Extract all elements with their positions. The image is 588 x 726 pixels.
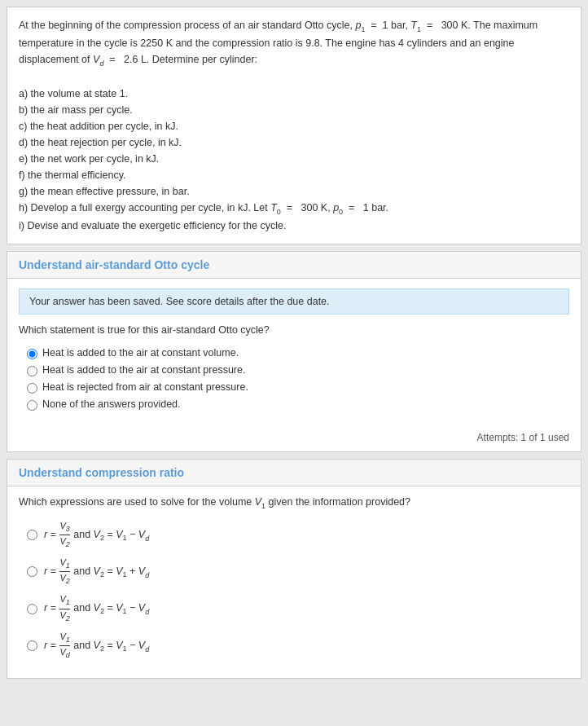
- cr-radio-input-2[interactable]: [27, 566, 37, 577]
- compression-ratio-body: Which expressions are used to solve for …: [7, 486, 581, 678]
- radio-option-2: Heat is added to the air at constant pre…: [27, 364, 569, 376]
- otto-cycle-header: Understand air-standard Otto cycle: [7, 252, 581, 279]
- radio-label-3: Heat is rejected from air at constant pr…: [42, 381, 248, 393]
- cr-label-1: r = V3 V2 and V2 = V1 − Vd: [44, 521, 149, 549]
- radio-options-list: Heat is added to the air at constant vol…: [27, 347, 569, 411]
- question-prompt: Which statement is true for this air-sta…: [19, 324, 569, 336]
- radio-option-4: None of the answers provided.: [27, 398, 569, 411]
- radio-input-1[interactable]: [27, 349, 37, 359]
- cr-radio-input-1[interactable]: [27, 530, 37, 540]
- radio-label-4: None of the answers provided.: [42, 398, 181, 410]
- page-container: At the beginning of the compression proc…: [0, 7, 588, 679]
- banner-text: Your answer has been saved. See score de…: [29, 296, 330, 307]
- cr-radio-input-4[interactable]: [27, 640, 37, 651]
- radio-label-2: Heat is added to the air at constant pre…: [42, 364, 245, 376]
- compression-ratio-title: Understand compression ratio: [19, 466, 184, 479]
- part-f: f) the thermal efficiency.: [19, 167, 569, 183]
- part-c: c) the heat addition per cycle, in kJ.: [19, 118, 569, 134]
- answer-saved-banner: Your answer has been saved. See score de…: [19, 288, 569, 315]
- part-g: g) the mean effective pressure, in bar.: [19, 183, 569, 200]
- cr-radio-option-2: r = V1 V2 and V2 = V1 + Vd: [27, 557, 569, 586]
- cr-radio-option-4: r = V1 Vd and V2 = V1 − Vd: [27, 631, 569, 660]
- part-b: b) the air mass per cycle.: [19, 102, 569, 118]
- radio-option-3: Heat is rejected from air at constant pr…: [27, 381, 569, 394]
- otto-cycle-title: Understand air-standard Otto cycle: [19, 258, 209, 271]
- part-i: i) Devise and evaluate the exergetic eff…: [19, 218, 569, 234]
- cr-radio-option-3: r = V1 V2 and V2 = V1 − Vd: [27, 594, 569, 623]
- compression-ratio-header: Understand compression ratio: [7, 460, 581, 486]
- otto-cycle-body: Your answer has been saved. See score de…: [7, 279, 581, 425]
- radio-option-1: Heat is added to the air at constant vol…: [27, 347, 569, 359]
- part-a: a) the volume at state 1.: [19, 86, 569, 102]
- radio-input-2[interactable]: [27, 366, 37, 376]
- attempts-text: Attempts: 1 of 1 used: [477, 432, 569, 443]
- part-d: d) the heat rejection per cycle, in kJ.: [19, 134, 569, 151]
- cr-prompt: Which expressions are used to solve for …: [19, 496, 569, 510]
- otto-cycle-section: Understand air-standard Otto cycle Your …: [7, 251, 581, 452]
- cr-radio-option-1: r = V3 V2 and V2 = V1 − Vd: [27, 521, 569, 549]
- radio-input-3[interactable]: [27, 383, 37, 394]
- problem-text: At the beginning of the compression proc…: [19, 17, 569, 69]
- compression-ratio-section: Understand compression ratio Which expre…: [7, 459, 581, 679]
- cr-label-3: r = V1 V2 and V2 = V1 − Vd: [44, 594, 149, 623]
- attempts-row: Attempts: 1 of 1 used: [7, 425, 581, 451]
- part-h: h) Develop a full exergy accounting per …: [19, 200, 569, 218]
- cr-label-2: r = V1 V2 and V2 = V1 + Vd: [44, 557, 149, 586]
- problem-section: At the beginning of the compression proc…: [7, 7, 581, 244]
- cr-radio-options-list: r = V3 V2 and V2 = V1 − Vd r = V1: [27, 521, 569, 660]
- cr-radio-input-3[interactable]: [27, 604, 37, 614]
- radio-input-4[interactable]: [27, 400, 37, 411]
- radio-label-1: Heat is added to the air at constant vol…: [42, 347, 239, 359]
- cr-label-4: r = V1 Vd and V2 = V1 − Vd: [44, 631, 149, 660]
- part-e: e) the net work per cycle, in kJ.: [19, 151, 569, 167]
